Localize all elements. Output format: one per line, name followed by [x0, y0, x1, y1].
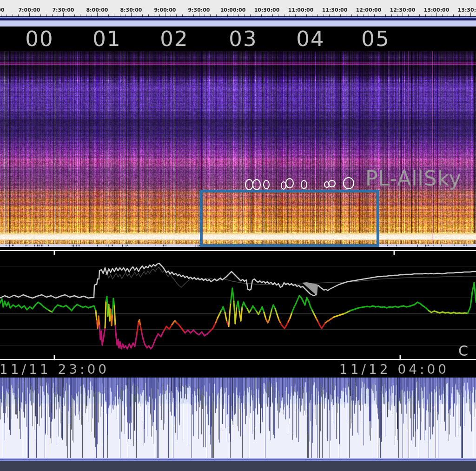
ruler-time-label: 6:30:00	[0, 7, 5, 13]
ruler-time-label: 11:00:00	[288, 7, 314, 13]
ruler-time-label: 7:30:00	[52, 7, 74, 13]
ruler-time-label: 13:30:00	[458, 7, 476, 13]
ruler-time-label: 12:30:00	[390, 7, 416, 13]
ruler-time-label: 8:00:00	[86, 7, 108, 13]
ruler-time-label: 7:00:00	[18, 7, 40, 13]
ruler-time-label: 12:00:00	[356, 7, 382, 13]
selection-rectangle	[200, 190, 379, 247]
ruler-time-label: 9:30:00	[188, 7, 210, 13]
event-circle-annotation	[301, 180, 307, 189]
utc-hour-label: 00	[25, 27, 53, 51]
ruler-time-label: 10:00:00	[220, 7, 246, 13]
utc-hour-label: 04	[296, 27, 324, 51]
chart-clipped-label: C	[458, 343, 468, 359]
utc-hour-label: 01	[93, 27, 121, 51]
utc-hour-band: 000102030405	[0, 27, 476, 51]
waveform-canvas[interactable]	[0, 378, 476, 458]
chart-axis-label-left: 11/11 23:00	[0, 362, 109, 377]
utc-hour-label: 03	[229, 27, 257, 51]
event-circle-annotation	[328, 180, 336, 187]
event-circle-annotation	[343, 177, 354, 189]
window-separator-bar	[0, 16, 476, 20]
chart-axis-label-right: 11/12 04:00	[339, 362, 449, 377]
event-circle-annotation	[252, 179, 261, 190]
ruler-time-label: 8:30:00	[120, 7, 142, 13]
horizontal-scroll-strip[interactable]	[0, 20, 476, 27]
station-watermark: PL-AllSky	[365, 166, 462, 190]
event-circle-annotation	[263, 180, 270, 189]
utc-hour-label: 02	[160, 27, 188, 51]
ruler-time-label: 10:30:00	[254, 7, 280, 13]
utc-hour-label: 05	[361, 27, 390, 51]
timeseries-chart-canvas	[0, 247, 476, 378]
ruler-time-label: 11:30:00	[322, 7, 348, 13]
spectrogram-viewer-page: 6:30:007:00:007:30:008:00:008:30:009:00:…	[0, 0, 476, 471]
bottom-status-bar	[0, 461, 476, 471]
timeline-ruler[interactable]: 6:30:007:00:007:30:008:00:008:30:009:00:…	[0, 0, 476, 16]
ruler-time-label: 13:00:00	[424, 7, 450, 13]
event-circle-annotation	[285, 178, 294, 188]
ruler-time-label: 9:00:00	[154, 7, 176, 13]
